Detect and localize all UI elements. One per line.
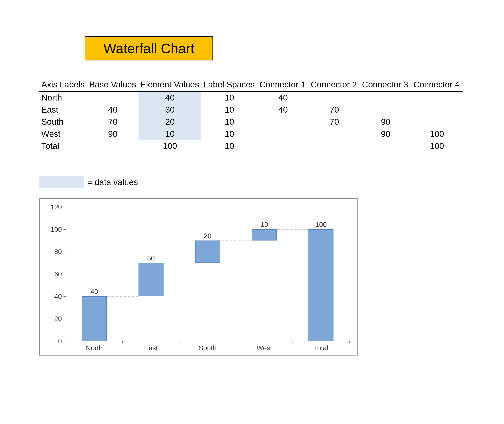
table-cell	[411, 104, 463, 116]
y-tick	[64, 252, 66, 252]
y-axis	[66, 207, 66, 341]
bar	[139, 263, 164, 297]
x-tick-label: South	[199, 344, 217, 352]
table-cell: East	[39, 104, 87, 116]
table-cell: Total	[39, 140, 87, 152]
y-tick	[64, 319, 66, 319]
y-tick-label: 80	[50, 248, 62, 256]
table-header: Axis Labels	[39, 79, 87, 91]
waterfall-chart: 02040608010012040North30East20South10Wes…	[39, 198, 358, 355]
y-tick-label: 40	[50, 293, 62, 300]
table-cell	[257, 128, 309, 140]
table-cell: 20	[139, 116, 202, 128]
table-cell: 10	[139, 128, 202, 140]
y-tick-label: 120	[50, 203, 62, 211]
table-row: West90101090100	[39, 128, 463, 140]
x-tick	[349, 341, 350, 343]
y-tick	[64, 207, 66, 207]
x-tick	[122, 341, 123, 343]
chart-title-box: Waterfall Chart	[85, 36, 213, 60]
table-cell: 10	[201, 116, 257, 128]
table-cell	[87, 140, 139, 152]
table-cell: 100	[139, 140, 202, 152]
y-tick	[64, 274, 66, 274]
bar-data-label: 100	[315, 221, 327, 228]
table-cell: 10	[201, 104, 257, 116]
table-row: Total10010100	[39, 140, 463, 152]
table-cell: 10	[201, 140, 257, 152]
table-row: East4030104070	[39, 104, 463, 116]
x-tick-label: West	[257, 344, 272, 352]
table-cell: South	[39, 116, 87, 128]
table-cell: 70	[309, 116, 360, 128]
table-cell	[87, 91, 139, 104]
table-cell	[309, 91, 360, 104]
y-tick	[64, 341, 66, 341]
connector-line	[164, 263, 195, 263]
table-cell: North	[39, 91, 87, 104]
bar	[252, 229, 277, 241]
connector-line	[107, 296, 138, 297]
connector-line	[277, 229, 308, 230]
table-cell	[360, 104, 411, 116]
data-table: Axis LabelsBase ValuesElement ValuesLabe…	[39, 79, 463, 152]
table-cell	[360, 91, 411, 104]
table-header: Element Values	[139, 79, 202, 91]
table-cell: 40	[87, 104, 139, 116]
x-tick-label: North	[86, 344, 103, 352]
table-cell: 40	[139, 91, 202, 104]
bar-data-label: 40	[90, 288, 98, 295]
table-header: Base Values	[87, 79, 139, 91]
y-tick-label: 60	[50, 270, 62, 278]
table-cell	[411, 116, 463, 128]
table-cell: West	[39, 128, 87, 140]
x-tick	[293, 341, 293, 343]
table-cell: 10	[201, 91, 257, 104]
table-cell: 40	[257, 104, 309, 116]
bar	[195, 241, 220, 263]
x-tick	[236, 341, 236, 343]
table-cell: 100	[411, 128, 463, 140]
chart-title: Waterfall Chart	[103, 41, 194, 56]
table-cell: 70	[87, 116, 139, 128]
y-tick-label: 100	[50, 225, 62, 233]
table-cell: 100	[411, 140, 463, 152]
bar-data-label: 30	[147, 254, 155, 262]
table-header: Connector 1	[257, 79, 309, 91]
table-header: Connector 4	[411, 79, 463, 91]
table-cell	[360, 140, 411, 152]
y-tick-label: 20	[50, 315, 62, 323]
y-tick	[64, 229, 66, 230]
legend-label: = data values	[87, 177, 138, 187]
x-tick	[179, 341, 179, 343]
table-cell: 30	[139, 104, 202, 116]
table-cell: 90	[360, 128, 411, 140]
table-cell	[257, 140, 309, 152]
table-cell	[257, 116, 309, 128]
table-header: Connector 2	[309, 79, 360, 91]
table-header: Label Spaces	[201, 79, 257, 91]
bar	[82, 296, 107, 341]
table-cell	[309, 128, 360, 140]
x-tick-label: Total	[314, 344, 328, 352]
table-cell	[411, 91, 463, 104]
bar-data-label: 10	[261, 221, 268, 228]
connector-line	[220, 241, 252, 241]
bar-data-label: 20	[204, 232, 211, 240]
y-tick-label: 0	[50, 337, 62, 345]
legend-swatch	[39, 176, 84, 188]
y-tick	[64, 296, 66, 297]
table-cell: 90	[360, 116, 411, 128]
table-row: South7020107090	[39, 116, 463, 128]
table-cell: 90	[87, 128, 139, 140]
table-cell: 10	[201, 128, 257, 140]
table-cell	[309, 140, 360, 152]
table-row: North401040	[39, 91, 463, 104]
table-header: Connector 3	[360, 79, 411, 91]
table-cell: 70	[309, 104, 360, 116]
table-cell: 40	[257, 91, 309, 104]
legend: = data values	[39, 176, 468, 188]
x-tick-label: East	[144, 344, 158, 352]
bar	[309, 229, 334, 341]
x-axis	[66, 341, 349, 341]
